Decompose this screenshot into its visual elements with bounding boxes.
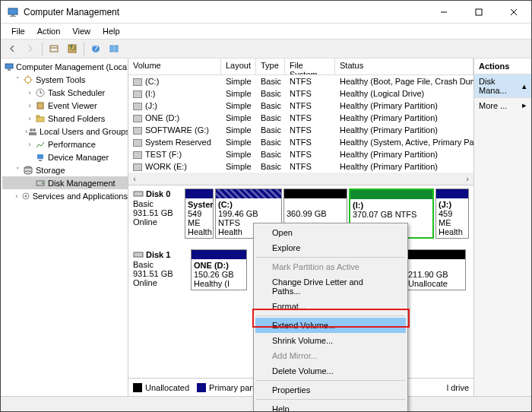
actions-section-label: Disk Mana...: [479, 77, 522, 95]
horizontal-scrollbar[interactable]: ‹ ›: [128, 173, 473, 185]
tree-label: Computer Management (Local: [16, 62, 128, 71]
table-row[interactable]: WORK (E:)SimpleBasicNTFSHealthy (Primary…: [128, 160, 473, 173]
minimize-button[interactable]: [426, 1, 461, 24]
toolbar: ↻ ?: [1, 39, 531, 59]
tree-device-manager[interactable]: Device Manager: [2, 151, 128, 163]
svg-text:?: ?: [93, 43, 98, 52]
tools-icon: [22, 74, 34, 86]
context-menu-item[interactable]: Format...: [255, 299, 406, 314]
tree-label: Local Users and Groups: [40, 127, 128, 136]
volume-size: 211.90 GB: [408, 270, 448, 279]
context-menu-item[interactable]: Delete Volume...: [255, 363, 406, 379]
actions-section[interactable]: Disk Mana...▴: [474, 74, 531, 98]
legend-swatch-primary: [197, 383, 206, 392]
table-row[interactable]: (J:)SimpleBasicNTFSHealthy (Primary Part…: [128, 100, 473, 112]
tree-label: Disk Management: [48, 179, 116, 188]
cell-filesystem: NTFS: [285, 89, 335, 98]
table-row[interactable]: SOFTWARE (G:)SimpleBasicNTFSHealthy (Pri…: [128, 124, 473, 136]
table-row[interactable]: ONE (D:)SimpleBasicNTFSHealthy (Primary …: [128, 112, 473, 124]
tree-performance[interactable]: ›Performance: [2, 138, 128, 151]
context-menu-item[interactable]: Open: [255, 225, 406, 240]
window-title: Computer Management: [24, 7, 426, 17]
tree-disk-management[interactable]: Disk Management: [2, 176, 128, 189]
table-row[interactable]: System ReservedSimpleBasicNTFSHealthy (S…: [128, 136, 473, 148]
menu-file[interactable]: File: [5, 25, 31, 37]
context-menu-item[interactable]: Properties: [255, 382, 406, 398]
cell-volume: (J:): [128, 101, 221, 110]
disk-state: Online: [133, 278, 186, 287]
disk-type: Basic: [133, 260, 186, 269]
table-row[interactable]: TEST (F:)SimpleBasicNTFSHealthy (Primary…: [128, 148, 473, 160]
disk-volume[interactable]: 211.90 GBUnallocate: [405, 249, 466, 290]
close-button[interactable]: [496, 1, 531, 24]
col-volume[interactable]: Volume: [128, 59, 221, 74]
table-row[interactable]: (C:)SimpleBasicNTFSHealthy (Boot, Page F…: [128, 75, 473, 87]
cell-type: Basic: [256, 101, 285, 110]
context-menu-item[interactable]: Extend Volume...: [255, 318, 406, 333]
table-row[interactable]: (I:)SimpleBasicNTFSHealthy (Logical Driv…: [128, 87, 473, 100]
disk-state: Online: [133, 217, 180, 227]
volume-bar: [406, 250, 465, 259]
menu-separator: [256, 399, 405, 400]
tree-task-scheduler[interactable]: ›Task Scheduler: [2, 86, 128, 99]
view-button[interactable]: [106, 40, 122, 57]
cell-type: Basic: [256, 138, 285, 147]
volume-size: 150.26 GB: [194, 270, 234, 279]
context-menu-item[interactable]: Shrink Volume...: [255, 333, 406, 348]
cell-layout: Simple: [221, 125, 256, 135]
cell-filesystem: NTFS: [285, 77, 335, 86]
collapse-icon[interactable]: ▴: [522, 81, 527, 91]
volume-status: Health: [439, 227, 463, 236]
cell-volume: ONE (D:): [128, 113, 221, 122]
volume-status: Health: [218, 227, 242, 236]
svg-rect-19: [37, 103, 43, 109]
menu-help[interactable]: Help: [97, 25, 126, 37]
actions-more[interactable]: More ...▸: [474, 98, 531, 113]
tree-label: Device Manager: [48, 153, 109, 162]
svg-rect-20: [36, 117, 44, 122]
back-button[interactable]: [4, 40, 21, 57]
col-status[interactable]: Status: [335, 59, 473, 74]
menu-view[interactable]: View: [66, 25, 97, 37]
disk-size: 931.51 GB: [133, 208, 180, 217]
help-button[interactable]: ?: [87, 40, 104, 57]
menu-action[interactable]: Action: [31, 25, 67, 37]
expand-icon[interactable]: ˅: [13, 76, 22, 84]
tree-system-tools[interactable]: ˅System Tools: [2, 73, 128, 86]
col-type[interactable]: Type: [256, 59, 285, 74]
tree-root[interactable]: Computer Management (Local: [2, 60, 128, 73]
users-icon: [27, 125, 38, 138]
tree-local-users[interactable]: ›Local Users and Groups: [2, 125, 128, 138]
properties-button[interactable]: ↻: [64, 40, 81, 57]
tree-shared-folders[interactable]: ›Shared Folders: [2, 112, 128, 125]
tree-storage[interactable]: ˅Storage: [2, 163, 128, 176]
cell-filesystem: NTFS: [285, 138, 335, 147]
disk-volume[interactable]: ONE (D:)150.26 GBHealthy (I: [191, 249, 247, 290]
tree-services[interactable]: ›Services and Applications: [2, 189, 128, 202]
menu-separator: [256, 257, 405, 258]
col-filesystem[interactable]: File System: [285, 59, 335, 74]
context-menu-item[interactable]: Change Drive Letter and Paths...: [255, 274, 406, 299]
expand-icon[interactable]: ˅: [13, 166, 22, 174]
cell-filesystem: NTFS: [285, 150, 335, 159]
legend-label: Primary parti: [209, 383, 256, 392]
legend-label: Unallocated: [145, 383, 189, 392]
context-menu-item[interactable]: Help: [255, 401, 406, 412]
volume-size: 360.99 GB: [287, 209, 327, 218]
disk-volume[interactable]: Syster549 MEHealth: [185, 189, 214, 239]
refresh-button[interactable]: [46, 40, 62, 57]
performance-icon: [34, 138, 46, 151]
disk-header[interactable]: Disk 0Basic931.51 GBOnline: [133, 189, 180, 239]
maximize-button[interactable]: [461, 1, 496, 24]
disk-volume[interactable]: (J:)459 MEHealth: [435, 189, 469, 239]
legend-swatch-unallocated: [133, 383, 142, 392]
context-menu-item[interactable]: Explore: [255, 240, 406, 255]
scroll-right-icon[interactable]: ›: [461, 173, 473, 185]
services-icon: [21, 190, 31, 202]
col-layout[interactable]: Layout: [221, 59, 256, 74]
scroll-left-icon[interactable]: ‹: [128, 173, 141, 185]
forward-button[interactable]: [22, 40, 39, 57]
disk-header[interactable]: Disk 1Basic931.51 GBOnline: [133, 249, 186, 290]
cell-layout: Simple: [221, 113, 256, 122]
tree-event-viewer[interactable]: ›Event Viewer: [2, 99, 128, 112]
